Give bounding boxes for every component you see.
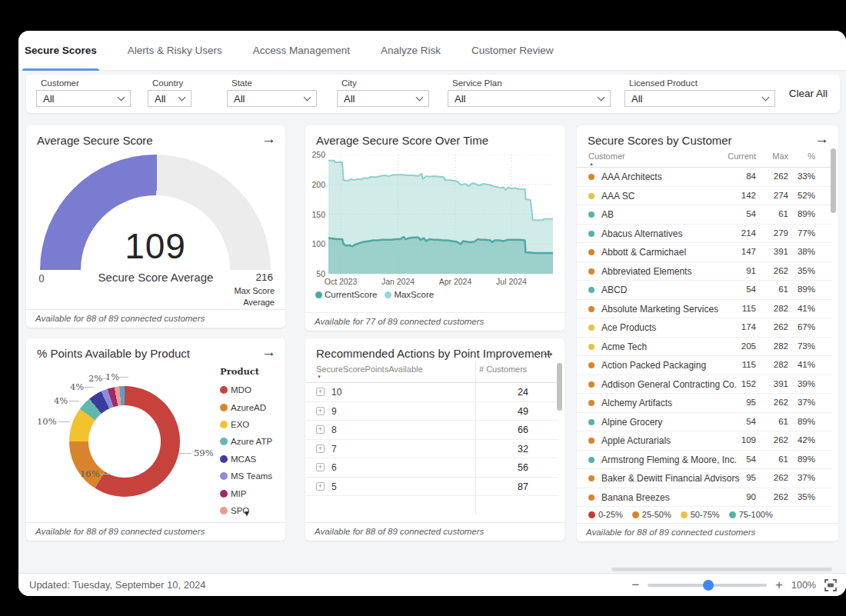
filter-city-dropdown[interactable]: All — [337, 90, 429, 107]
area-chart[interactable] — [328, 155, 553, 274]
expand-row-icon[interactable]: + — [316, 407, 325, 415]
table-row[interactable]: + 8 66 — [305, 421, 558, 440]
drill-through-arrow-icon[interactable]: → — [261, 344, 276, 361]
table-row[interactable]: Ace Products 174 262 67% — [577, 318, 832, 338]
legend-item[interactable]: MIP — [220, 484, 272, 501]
legend-item[interactable]: AzureAD — [220, 398, 272, 415]
expand-row-icon[interactable]: + — [316, 445, 325, 453]
table-row[interactable]: + 7 32 — [305, 440, 558, 459]
legend-scroll-down-icon[interactable]: ▼ — [243, 509, 251, 518]
legend-item[interactable]: MDO — [220, 381, 272, 398]
table-row[interactable]: Addison General Contracting Co. 152 391 … — [577, 375, 832, 395]
percent-value: 89% — [791, 417, 815, 426]
table-row[interactable]: Alchemy Artifacts 95 262 37% — [577, 394, 832, 413]
filter-licensed-product-dropdown[interactable]: All — [625, 90, 775, 107]
table-row[interactable]: Alpine Grocery 54 61 89% — [577, 413, 832, 432]
report-tab[interactable]: Analyze Risk — [381, 31, 441, 71]
column-header-points[interactable]: SecureScorePointsAvailable — [316, 365, 423, 374]
current-score-value: 115 — [700, 360, 756, 369]
filter-country-dropdown[interactable]: All — [148, 90, 192, 107]
report-tab[interactable]: Alerts & Risky Users — [128, 31, 222, 71]
vertical-scrollbar[interactable] — [831, 148, 836, 213]
table-row[interactable]: Abacus Alternatives 214 279 77% — [577, 225, 832, 244]
percent-value: 41% — [791, 304, 815, 313]
report-tab[interactable]: Customer Review — [471, 31, 554, 71]
table-row[interactable]: + 10 24 — [305, 383, 558, 402]
column-header-customer[interactable]: Customer — [588, 152, 625, 161]
table-row[interactable]: Baker & Dewitt Financial Advisors 95 262… — [577, 469, 832, 488]
table-row[interactable]: AB 54 61 89% — [577, 205, 832, 225]
current-score-value: 54 — [700, 417, 756, 426]
vertical-scrollbar[interactable] — [557, 363, 562, 411]
customer-count-value: 87 — [467, 481, 528, 492]
zoom-slider[interactable] — [648, 584, 767, 587]
table-row[interactable]: + 5 87 — [305, 478, 558, 497]
current-score-value: 152 — [700, 379, 756, 388]
report-tab[interactable]: Secure Scores — [25, 31, 97, 71]
donut-label: 59% — [194, 448, 214, 458]
table-row[interactable]: Acme Tech 205 282 73% — [577, 338, 832, 357]
report-tab[interactable]: Access Management — [253, 31, 350, 71]
table-row[interactable]: Banana Breezes 90 262 35% — [577, 488, 832, 508]
filter-city: City All — [337, 78, 429, 107]
table-row[interactable]: Abbreviated Elements 91 262 35% — [577, 262, 832, 281]
zoom-controls: − + 100% — [631, 574, 837, 596]
legend-item[interactable]: CurrentScore — [315, 290, 377, 299]
score-bucket-dot — [588, 494, 595, 501]
points-by-product-card: % Points Available by Product → 59% 16% … — [26, 338, 285, 541]
points-value: 8 — [331, 425, 337, 435]
horizontal-scrollbar[interactable] — [611, 568, 832, 571]
customer-name: Abbott & Carmichael — [601, 247, 686, 258]
legend-item[interactable]: MCAS — [220, 451, 272, 468]
donut-chart[interactable] — [69, 386, 180, 497]
zoom-in-button[interactable]: + — [775, 578, 783, 591]
table-row[interactable]: + 6 56 — [305, 458, 558, 478]
filter-state: State All — [227, 78, 317, 107]
drill-through-arrow-icon[interactable]: → — [814, 131, 829, 148]
zoom-slider-thumb[interactable] — [703, 580, 714, 591]
filter-customer-dropdown[interactable]: All — [36, 90, 131, 107]
y-axis-tick: 150 — [307, 210, 325, 219]
legend-item[interactable]: 0-25% — [588, 510, 623, 519]
table-row[interactable]: AAA Architects 84 262 33% — [577, 168, 832, 187]
max-score-value: 262 — [760, 266, 788, 275]
legend-item[interactable]: 50-75% — [681, 510, 720, 519]
column-header-customers[interactable]: # Customers — [479, 365, 527, 374]
drill-through-arrow-icon[interactable]: → — [261, 131, 276, 148]
fit-to-page-icon[interactable] — [824, 579, 837, 591]
table-row[interactable]: AAA SC 142 274 52% — [577, 187, 832, 206]
current-score-value: 91 — [700, 266, 756, 275]
expand-row-icon[interactable]: + — [316, 482, 325, 491]
clear-all-filters-button[interactable]: Clear All — [789, 88, 828, 99]
average-secure-score-card: Average Secure Score → 109 0 Secure Scor… — [26, 125, 285, 328]
legend-item[interactable]: Azure ATP — [220, 433, 272, 450]
score-bucket-dot — [588, 362, 595, 368]
table-row[interactable]: Absolute Marketing Services 115 282 41% — [577, 300, 832, 319]
filter-value: All — [344, 93, 355, 105]
column-header-current[interactable]: Current — [700, 152, 756, 161]
table-row[interactable]: + 9 49 — [305, 402, 558, 421]
max-score-value: 262 — [760, 492, 788, 501]
expand-row-icon[interactable]: + — [316, 463, 325, 471]
percent-value: 37% — [791, 398, 815, 407]
table-row[interactable]: ABCD 54 61 89% — [577, 281, 832, 300]
zoom-out-button[interactable]: − — [631, 578, 639, 591]
legend-item[interactable]: MS Teams — [220, 468, 272, 484]
column-header-max[interactable]: Max — [760, 152, 788, 161]
filter-state-dropdown[interactable]: All — [227, 90, 317, 107]
table-row[interactable]: Armstrong Fleming & Moore, Inc. 54 61 89… — [577, 451, 832, 470]
legend-item[interactable]: EXO — [220, 416, 272, 433]
percent-value: 89% — [791, 285, 815, 294]
legend-item[interactable]: 25-50% — [632, 510, 671, 519]
column-header-percent[interactable]: % — [791, 152, 815, 161]
expand-row-icon[interactable]: + — [316, 388, 325, 396]
drill-through-arrow-icon[interactable]: → — [541, 344, 555, 361]
table-row[interactable]: Action Packed Packaging 115 282 41% — [577, 356, 832, 375]
table-row[interactable]: Apple Acturarials 109 262 42% — [577, 431, 832, 451]
expand-row-icon[interactable]: + — [316, 425, 325, 434]
score-bucket-dot — [588, 306, 595, 312]
legend-item[interactable]: 75-100% — [729, 510, 773, 519]
filter-service-plan-dropdown[interactable]: All — [448, 90, 611, 107]
legend-item[interactable]: MaxScore — [385, 290, 434, 299]
table-row[interactable]: Abbott & Carmichael 147 391 38% — [577, 243, 832, 262]
